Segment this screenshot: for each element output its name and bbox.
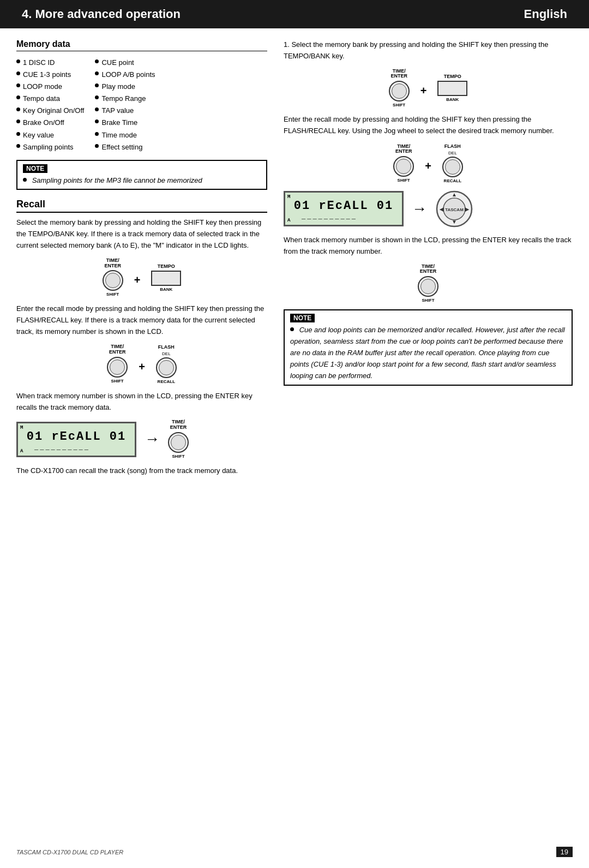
shift-label-3: SHIFT — [172, 454, 184, 459]
button-inner-r2 — [396, 159, 411, 174]
chapter-title: 4. More advanced operation — [22, 7, 181, 21]
button-inner-4 — [171, 435, 186, 450]
bullet-icon — [95, 132, 99, 136]
right-button-diagram-1: TIME/ENTER SHIFT + TEMPO BANK — [284, 69, 573, 108]
list-item: Brake On/Off — [16, 117, 84, 129]
note-content: Sampling points for the MP3 file cannot … — [32, 176, 202, 184]
lcd-screen-right: M A 01 rEcALL 01 __________ — [284, 191, 404, 226]
bullet-icon — [16, 107, 20, 111]
recall-bottom-note: The CD-X1700 can recall the track (song)… — [16, 465, 267, 477]
right-flash-recall-group: FLASH DEL RECALL — [442, 143, 463, 183]
right-button-diagram-3: TIME/ENTER SHIFT — [284, 264, 573, 303]
bullet-icon — [95, 71, 99, 75]
list-item: Key Original On/Off — [16, 105, 84, 117]
time-enter-button-3[interactable] — [168, 432, 189, 453]
right-step1-text: 1. Select the memory bank by pressing an… — [284, 39, 573, 62]
lcd-dashes-right: __________ — [302, 213, 395, 220]
lcd-main-text-right: 01 rEcALL 01 — [292, 199, 395, 213]
svg-text:TASCAM: TASCAM — [445, 207, 464, 212]
memory-list-1: 1 DISC ID CUE 1-3 points LOOP mode Tempo… — [16, 57, 84, 153]
list-item: Tempo data — [16, 93, 84, 105]
svg-text:▼: ▼ — [452, 219, 457, 225]
jog-wheel-svg: ▲ ▶ ▼ ◀ TASCAM — [435, 190, 473, 228]
tempo-bank-button-group: TEMPO BANK — [151, 264, 181, 292]
bullet-icon — [16, 59, 20, 63]
note-text-right: Cue and loop points can be memorized and… — [290, 325, 566, 381]
button-diagram-1: TIME/ENTER SHIFT + TEMPO BANK — [16, 258, 267, 297]
language-label: English — [524, 7, 567, 21]
time-enter-button[interactable] — [103, 270, 123, 291]
time-enter-button-group-2: TIME/ENTER SHIFT — [107, 344, 128, 384]
arrow-icon: → — [145, 430, 160, 448]
right-tempo-bank-1: TEMPO BANK — [437, 74, 467, 102]
memory-col-2: CUE point LOOP A/B points Play mode Temp… — [95, 57, 155, 153]
right-time-enter-1: TIME/ENTER SHIFT — [389, 69, 410, 108]
footer-page-number: 19 — [556, 847, 573, 857]
memory-data-grid: 1 DISC ID CUE 1-3 points LOOP mode Tempo… — [16, 57, 267, 153]
shift-label: SHIFT — [106, 292, 119, 297]
right-time-enter-button-2[interactable] — [393, 156, 414, 177]
memory-list-2: CUE point LOOP A/B points Play mode Temp… — [95, 57, 155, 153]
time-enter-button-group-3: TIME/ENTER SHIFT — [168, 420, 189, 459]
right-step2-text: Enter the recall mode by pressing and ho… — [284, 114, 573, 137]
recall-section: Recall Select the memory bank by pressin… — [16, 199, 267, 477]
right-tempo-bank-button-1[interactable] — [437, 81, 467, 96]
del-label: DEL — [162, 351, 171, 356]
right-time-enter-button-3[interactable] — [418, 276, 438, 297]
time-enter-label-top-2: TIME/ENTER — [109, 344, 126, 355]
list-item: Time mode — [95, 129, 155, 141]
right-time-enter-3: TIME/ENTER SHIFT — [418, 264, 438, 303]
note-box-memory: NOTE Sampling points for the MP3 file ca… — [16, 160, 267, 190]
bullet-icon — [16, 119, 20, 123]
bullet-icon — [16, 132, 20, 136]
bullet-icon — [23, 178, 27, 182]
button-inner-3 — [159, 360, 174, 375]
plus-icon-2: + — [139, 355, 145, 373]
bullet-icon — [16, 71, 20, 75]
recall-step2-text: Enter the recall mode by pressing and ho… — [16, 303, 267, 337]
list-item: Brake Time — [95, 117, 155, 129]
right-column: 1. Select the memory bank by pressing an… — [284, 39, 573, 482]
note-box-right: NOTE Cue and loop points can be memorize… — [284, 309, 573, 386]
right-tempo-label-1: TEMPO — [444, 74, 461, 79]
content-area: Memory data 1 DISC ID CUE 1-3 points LOO… — [0, 28, 589, 493]
time-enter-label-top: TIME/ENTER — [104, 258, 121, 269]
list-item: Effect setting — [95, 141, 155, 153]
lcd-m-indicator-right: M — [287, 194, 290, 200]
bullet-icon-right — [290, 327, 294, 331]
tascam-jog-wheel: ▲ ▶ ▼ ◀ TASCAM — [435, 190, 473, 228]
button-inner-r1 — [392, 83, 407, 99]
right-plus-2: + — [425, 154, 431, 172]
right-flash-recall-button[interactable] — [442, 157, 463, 177]
page-footer: TASCAM CD-X1700 DUAL CD PLAYER 19 — [0, 847, 589, 857]
time-enter-button-group: TIME/ENTER SHIFT — [103, 258, 123, 297]
plus-icon: + — [134, 268, 141, 286]
list-item: LOOP mode — [16, 81, 84, 93]
tempo-bank-button[interactable] — [151, 271, 181, 286]
right-time-enter-button-1[interactable] — [389, 81, 410, 101]
recall-label: RECALL — [158, 379, 175, 384]
button-inner-r3 — [445, 159, 460, 175]
flash-recall-button[interactable] — [156, 357, 177, 378]
bullet-icon — [95, 144, 99, 148]
footer-page-label: 19 — [556, 847, 573, 857]
time-enter-button-2[interactable] — [107, 357, 128, 378]
lcd-a-indicator: A — [20, 448, 23, 454]
right-bank-label-1: BANK — [446, 97, 459, 102]
list-item: CUE point — [95, 57, 155, 69]
lcd-display-left: M A 01 rEcALL 01 __________ → TIME/ENTER… — [16, 420, 267, 459]
svg-text:▲: ▲ — [452, 191, 457, 197]
note-label: NOTE — [23, 164, 47, 173]
flash-label: FLASH — [158, 344, 175, 350]
lcd-dashes-left: __________ — [34, 444, 128, 451]
right-shift-label-3: SHIFT — [422, 298, 434, 303]
list-item: Key value — [16, 129, 84, 141]
page-container: 4. More advanced operation English Memor… — [0, 0, 589, 868]
button-diagram-2: TIME/ENTER SHIFT + FLASH DEL RECALL — [16, 344, 267, 384]
recall-title: Recall — [16, 199, 267, 213]
time-enter-label-top-3: TIME/ENTER — [170, 420, 187, 430]
right-recall-label: RECALL — [444, 178, 461, 183]
list-item: Play mode — [95, 81, 155, 93]
button-inner-2 — [110, 360, 125, 375]
lcd-m-indicator: M — [20, 425, 23, 430]
